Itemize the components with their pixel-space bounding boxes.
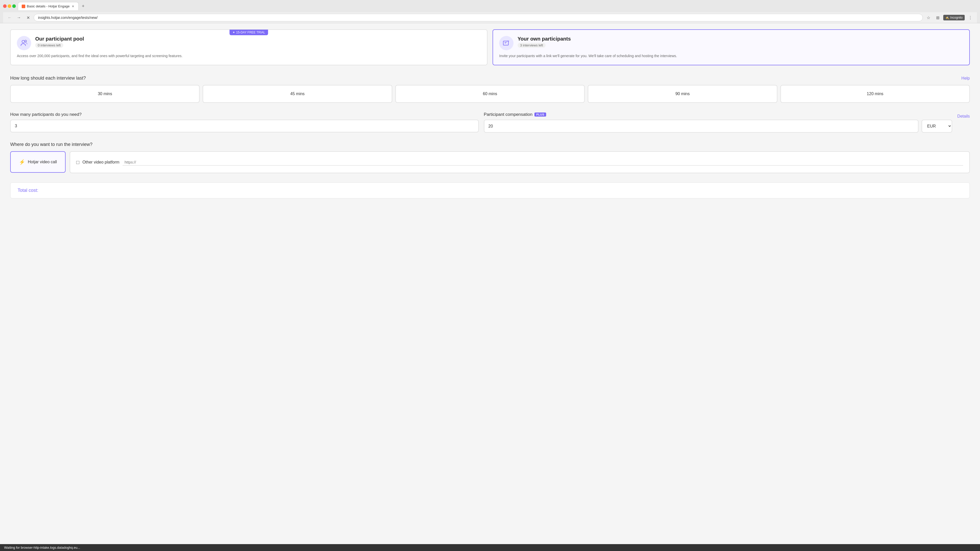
card-icon-area-own: Your own participants 3 interviews left xyxy=(499,36,963,50)
svg-point-0 xyxy=(22,40,24,43)
participants-input[interactable] xyxy=(10,120,479,132)
pool-card-title-area: Our participant pool 0 interviews left xyxy=(35,36,481,48)
active-tab[interactable]: Basic details - Hotjar Engage ✕ xyxy=(18,2,79,10)
new-tab-button[interactable]: + xyxy=(80,3,87,10)
window-controls[interactable] xyxy=(3,4,16,8)
participant-cards-section: ✦ 15-DAY FREE TRIAL ✓ Our participant po… xyxy=(10,29,970,65)
tab-title: Basic details - Hotjar Engage xyxy=(27,4,70,8)
currency-select[interactable]: EUR USD GBP xyxy=(921,120,952,133)
reload-button[interactable]: ✕ xyxy=(24,14,32,21)
pool-interviews-badge: 0 interviews left xyxy=(35,43,63,48)
duration-btn-90[interactable]: 90 mins xyxy=(588,85,777,103)
tab-close-button[interactable]: ✕ xyxy=(71,5,75,8)
hotjar-video-option[interactable]: ⚡ Hotjar video call xyxy=(10,151,65,173)
other-platform-icon: □ xyxy=(76,159,80,165)
hotjar-video-button[interactable]: ⚡ Hotjar video call xyxy=(10,151,65,173)
browser-actions: ☆ ⊞ 🕵️ Incognito ⋮ xyxy=(925,14,974,21)
trial-badge: ✦ 15-DAY FREE TRIAL xyxy=(229,30,268,35)
incognito-badge: 🕵️ Incognito xyxy=(943,15,965,21)
tab-favicon xyxy=(22,5,25,8)
other-platform-label: Other video platform xyxy=(83,160,119,165)
own-card-title-area: Your own participants 3 interviews left xyxy=(517,36,963,48)
total-cost-label: Total cost: xyxy=(18,188,38,193)
participants-group: How many participants do you need? xyxy=(10,112,479,132)
svg-text:✓: ✓ xyxy=(25,40,27,43)
pool-card-icon: ✓ xyxy=(17,36,31,50)
address-bar: ← → ✕ ☆ ⊞ 🕵️ Incognito ⋮ xyxy=(3,12,977,23)
close-button[interactable] xyxy=(3,4,6,8)
other-platform-area[interactable]: □ Other video platform xyxy=(70,151,970,173)
own-card-icon xyxy=(499,36,514,50)
interview-duration-section: How long should each interview last? Hel… xyxy=(10,76,970,103)
tab-bar: Basic details - Hotjar Engage ✕ + xyxy=(18,2,87,10)
plus-badge: PLUS xyxy=(535,113,546,117)
status-bar: Waiting for browser-http-intake.logs.dat… xyxy=(0,544,980,551)
hotjar-video-icon: ⚡ xyxy=(19,159,25,165)
page-content: ✦ 15-DAY FREE TRIAL ✓ Our participant po… xyxy=(0,23,980,551)
menu-button[interactable]: ⋮ xyxy=(967,14,974,21)
platform-url-input[interactable] xyxy=(123,159,963,165)
browser-chrome: Basic details - Hotjar Engage ✕ + ← → ✕ … xyxy=(0,0,980,23)
location-options: ⚡ Hotjar video call □ Other video platfo… xyxy=(10,151,970,173)
duration-btn-45[interactable]: 45 mins xyxy=(203,85,392,103)
duration-btn-120[interactable]: 120 mins xyxy=(780,85,970,103)
compensation-row: EUR USD GBP xyxy=(484,120,953,133)
pool-card-title: Our participant pool xyxy=(35,36,481,42)
status-text: Waiting for browser-http-intake.logs.dat… xyxy=(4,546,80,549)
card-icon-area: ✓ Our participant pool 0 interviews left xyxy=(17,36,481,50)
minimize-button[interactable] xyxy=(8,4,11,8)
bookmark-button[interactable]: ☆ xyxy=(925,14,932,21)
help-link[interactable]: Help xyxy=(961,76,970,81)
browser-top-bar: Basic details - Hotjar Engage ✕ + xyxy=(3,2,977,10)
star-icon: ✦ xyxy=(232,30,235,34)
compensation-label: Participant compensation PLUS xyxy=(484,112,953,117)
interview-location-section: Where do you want to run the interview? … xyxy=(10,142,970,173)
duration-section-header: How long should each interview last? Hel… xyxy=(10,76,970,81)
url-input[interactable] xyxy=(34,14,923,21)
compensation-amount-input[interactable] xyxy=(484,120,919,133)
details-link[interactable]: Details xyxy=(957,112,970,119)
total-cost-bar: Total cost: xyxy=(10,183,970,198)
duration-buttons: 30 mins 45 mins 60 mins 90 mins 120 mins xyxy=(10,85,970,103)
maximize-button[interactable] xyxy=(12,4,16,8)
own-interviews-badge: 3 interviews left xyxy=(517,43,546,48)
participant-card-pool[interactable]: ✦ 15-DAY FREE TRIAL ✓ Our participant po… xyxy=(10,29,487,65)
participant-card-own[interactable]: Your own participants 3 interviews left … xyxy=(493,29,970,65)
pool-card-description: Access over 200,000 participants, and fi… xyxy=(17,53,481,59)
own-card-title: Your own participants xyxy=(517,36,963,42)
forward-button[interactable]: → xyxy=(15,14,22,21)
back-button[interactable]: ← xyxy=(6,14,13,21)
duration-btn-30[interactable]: 30 mins xyxy=(10,85,200,103)
svg-rect-4 xyxy=(503,41,508,45)
incognito-icon: 🕵️ xyxy=(945,16,949,19)
own-card-description: Invite your participants with a link we'… xyxy=(499,53,963,59)
incognito-label: Incognito xyxy=(950,16,963,19)
params-row: How many participants do you need? Parti… xyxy=(10,112,970,133)
hotjar-video-label: Hotjar video call xyxy=(28,160,57,164)
location-section-title: Where do you want to run the interview? xyxy=(10,142,92,147)
location-section-header: Where do you want to run the interview? xyxy=(10,142,970,147)
split-view-button[interactable]: ⊞ xyxy=(934,14,941,21)
compensation-group: Participant compensation PLUS EUR USD GB… xyxy=(484,112,953,133)
duration-btn-60[interactable]: 60 mins xyxy=(395,85,585,103)
duration-section-title: How long should each interview last? xyxy=(10,76,86,81)
participants-label: How many participants do you need? xyxy=(10,112,479,117)
